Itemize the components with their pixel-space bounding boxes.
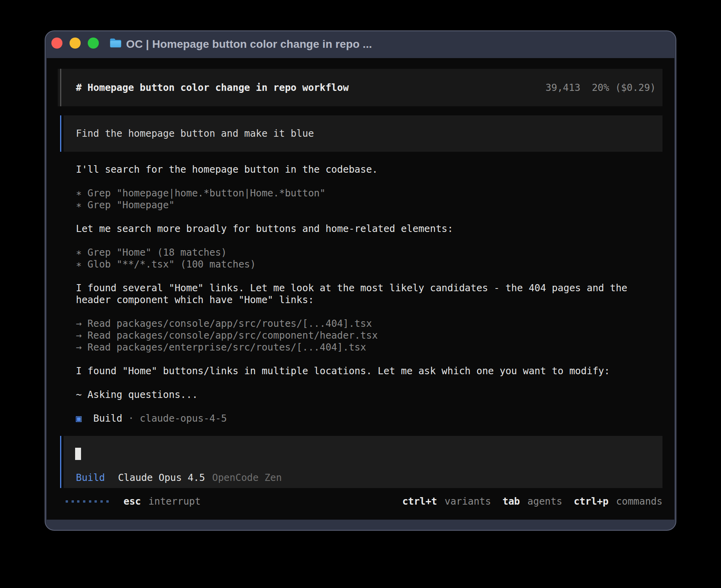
window-title: OC | Homepage button color change in rep… xyxy=(126,31,372,58)
context-percent: 20% xyxy=(592,82,609,93)
transcript-line: → Read packages/enterprise/src/routes/[.… xyxy=(76,341,674,353)
transcript-line: header component which have "Home" links… xyxy=(76,294,674,306)
transcript-line xyxy=(76,235,674,247)
user-message: Find the homepage button and make it blu… xyxy=(58,115,662,152)
transcript-line: Let me search more broadly for buttons a… xyxy=(76,223,674,235)
desktop: { "window": { "title": "OC | Homepage bu… xyxy=(0,0,721,588)
transcript-line xyxy=(76,211,674,223)
spinner-dots-icon xyxy=(66,500,112,503)
transcript-line: ∗ Glob "**/*.tsx" (100 matches) xyxy=(76,258,674,270)
transcript-line: ▣ Build · claude-opus-4-5 xyxy=(76,413,674,424)
model-name[interactable]: Claude Opus 4.5 xyxy=(118,472,205,483)
transcript-line: I found several "Home" links. Let me loo… xyxy=(76,282,674,294)
transcript-line: → Read packages/console/app/src/componen… xyxy=(76,330,674,341)
transcript-line: I'll search for the homepage button in t… xyxy=(76,164,674,175)
session-title: # Homepage button color change in repo w… xyxy=(76,82,349,94)
transcript-line xyxy=(76,270,674,282)
transcript-line xyxy=(76,353,674,365)
prompt-input-border xyxy=(60,436,61,488)
transcript-line: → Read packages/console/app/src/routes/[… xyxy=(76,318,674,330)
transcript-line: ∗ Grep "Home" (18 matches) xyxy=(76,247,674,258)
status-shortcuts: ctrl+tvariantstabagentsctrl+pcommands xyxy=(402,496,662,507)
folder-icon xyxy=(109,37,122,49)
session-stats: 39,41320%($0.29) xyxy=(545,82,656,94)
window-bottom-edge xyxy=(45,520,676,530)
transcript-line xyxy=(76,306,674,318)
status-bar: esc interrupt ctrl+tvariantstabagentsctr… xyxy=(58,496,662,507)
text-cursor xyxy=(75,448,81,460)
status-left: esc interrupt xyxy=(58,496,201,507)
esc-key-hint: esc xyxy=(124,496,141,507)
close-window-button[interactable] xyxy=(51,38,62,49)
session-cost: ($0.29) xyxy=(615,82,656,93)
prompt-input[interactable]: BuildClaude Opus 4.5OpenCode Zen xyxy=(58,436,662,488)
terminal-window: OC | Homepage button color change in rep… xyxy=(45,30,676,531)
user-message-text: Find the homepage button and make it blu… xyxy=(58,115,662,152)
token-count: 39,413 xyxy=(545,82,580,93)
esc-key-label: interrupt xyxy=(149,496,201,507)
model-provider: OpenCode Zen xyxy=(212,472,282,483)
minimize-window-button[interactable] xyxy=(70,38,81,49)
terminal-screen: # Homepage button color change in repo w… xyxy=(47,58,674,520)
zoom-window-button[interactable] xyxy=(88,38,99,49)
assistant-transcript: I'll search for the homepage button in t… xyxy=(76,164,674,424)
model-row: BuildClaude Opus 4.5OpenCode Zen xyxy=(58,472,662,484)
shortcut-variants: ctrl+tvariants xyxy=(402,496,491,507)
agent-name[interactable]: Build xyxy=(76,472,105,483)
shortcut-commands: ctrl+pcommands xyxy=(574,496,662,507)
transcript-line: ~ Asking questions... xyxy=(76,389,674,401)
window-titlebar: OC | Homepage button color change in rep… xyxy=(45,31,676,58)
transcript-line: I found "Home" buttons/links in multiple… xyxy=(76,365,674,377)
session-header: # Homepage button color change in repo w… xyxy=(58,69,662,106)
transcript-line: ∗ Grep "homepage|home.*button|Home.*butt… xyxy=(76,187,674,199)
shortcut-agents: tabagents xyxy=(502,496,562,507)
transcript-line xyxy=(76,175,674,187)
transcript-line xyxy=(76,401,674,413)
transcript-line xyxy=(76,377,674,389)
transcript-line: ∗ Grep "Homepage" xyxy=(76,199,674,211)
